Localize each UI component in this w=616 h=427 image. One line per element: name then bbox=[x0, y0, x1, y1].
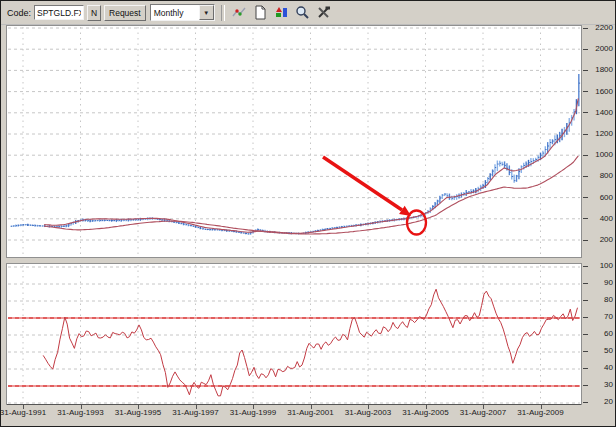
axis-tick-label: 200 bbox=[589, 236, 613, 244]
axis-tick-label: 20 bbox=[589, 398, 613, 406]
time-axis-line bbox=[7, 404, 581, 405]
axis-tick-mark bbox=[583, 70, 588, 71]
axis-tick-label: 31-Aug-2009 bbox=[513, 408, 569, 417]
axis-tick-label: 1400 bbox=[589, 109, 613, 117]
zoom-button[interactable] bbox=[293, 3, 312, 22]
axis-tick-mark bbox=[583, 402, 588, 403]
axis-tick-mark bbox=[583, 155, 588, 156]
axis-tick-mark bbox=[583, 112, 588, 113]
axis-tick-label: 30 bbox=[589, 381, 613, 389]
axis-tick-label: 1000 bbox=[589, 151, 613, 159]
app-window: Code: N Request Monthly ▼ bbox=[0, 0, 616, 427]
tools-icon bbox=[316, 5, 331, 20]
axis-tick-label: 90 bbox=[589, 279, 613, 287]
axis-tick-label: 31-Aug-1991 bbox=[0, 408, 51, 417]
axis-tick-label: 1600 bbox=[589, 88, 613, 96]
axis-tick-mark bbox=[583, 266, 588, 267]
n-button[interactable]: N bbox=[87, 5, 101, 21]
axis-tick-label: 31-Aug-1997 bbox=[168, 408, 224, 417]
axis-tick-mark bbox=[583, 240, 588, 241]
axis-tick-mark bbox=[583, 300, 588, 301]
chart-style-icon bbox=[232, 5, 247, 20]
chart-colors-icon bbox=[274, 5, 289, 20]
axis-tick-mark bbox=[583, 176, 588, 177]
axis-tick-label: 1800 bbox=[589, 66, 613, 74]
toolbar-separator bbox=[221, 5, 225, 21]
axis-tick-mark bbox=[583, 197, 588, 198]
price-chart-svg bbox=[7, 26, 581, 257]
axis-tick-label: 2000 bbox=[589, 45, 613, 53]
tools-button[interactable] bbox=[314, 3, 333, 22]
axis-tick-mark bbox=[583, 368, 588, 369]
indicator-chart-svg bbox=[7, 264, 581, 404]
chart-colors-button[interactable] bbox=[272, 3, 291, 22]
axis-tick-label: 40 bbox=[589, 364, 613, 372]
chevron-down-icon[interactable]: ▼ bbox=[199, 5, 214, 20]
axis-tick-mark bbox=[583, 218, 588, 219]
axis-tick-label: 70 bbox=[589, 313, 613, 321]
axis-tick-label: 31-Aug-2001 bbox=[283, 408, 339, 417]
axis-tick-label: 2200 bbox=[589, 24, 613, 32]
axis-tick-mark bbox=[583, 283, 588, 284]
request-button[interactable]: Request bbox=[104, 5, 146, 21]
axis-tick-mark bbox=[583, 351, 588, 352]
axis-tick-label: 1200 bbox=[589, 130, 613, 138]
axis-tick-label: 800 bbox=[589, 172, 613, 180]
period-dropdown-value: Monthly bbox=[154, 8, 184, 18]
axis-tick-label: 600 bbox=[589, 194, 613, 202]
axis-tick-mark bbox=[583, 385, 588, 386]
period-dropdown[interactable]: Monthly ▼ bbox=[150, 4, 215, 21]
code-label: Code: bbox=[7, 8, 31, 18]
axis-tick-label: 31-Aug-1999 bbox=[225, 408, 281, 417]
axis-tick-mark bbox=[583, 49, 588, 50]
axis-tick-mark bbox=[583, 334, 588, 335]
axis-tick-label: 60 bbox=[589, 330, 613, 338]
new-document-icon bbox=[253, 5, 268, 20]
chart-style-button[interactable] bbox=[230, 3, 249, 22]
code-input[interactable] bbox=[34, 5, 84, 20]
axis-tick-label: 31-Aug-2005 bbox=[398, 408, 454, 417]
price-panel[interactable] bbox=[6, 25, 582, 258]
annotation-circle bbox=[407, 211, 426, 235]
axis-tick-label: 400 bbox=[589, 215, 613, 223]
axis-tick-label: 31-Aug-2007 bbox=[455, 408, 511, 417]
indicator-panel[interactable] bbox=[6, 263, 582, 405]
axis-tick-mark bbox=[583, 28, 588, 29]
new-document-button[interactable] bbox=[251, 3, 270, 22]
axis-tick-label: 31-Aug-2003 bbox=[340, 408, 396, 417]
axis-tick-label: 31-Aug-1995 bbox=[110, 408, 166, 417]
axis-tick-mark bbox=[583, 91, 588, 92]
toolbar: Code: N Request Monthly ▼ bbox=[1, 1, 615, 25]
axis-tick-label: 50 bbox=[589, 347, 613, 355]
axis-tick-label: 80 bbox=[589, 296, 613, 304]
annotation-arrow bbox=[323, 157, 411, 216]
axis-tick-label: 100 bbox=[589, 262, 613, 270]
axis-tick-mark bbox=[583, 317, 588, 318]
axis-tick-label: 31-Aug-1993 bbox=[53, 408, 109, 417]
axis-tick-mark bbox=[583, 134, 588, 135]
zoom-icon bbox=[295, 5, 310, 20]
